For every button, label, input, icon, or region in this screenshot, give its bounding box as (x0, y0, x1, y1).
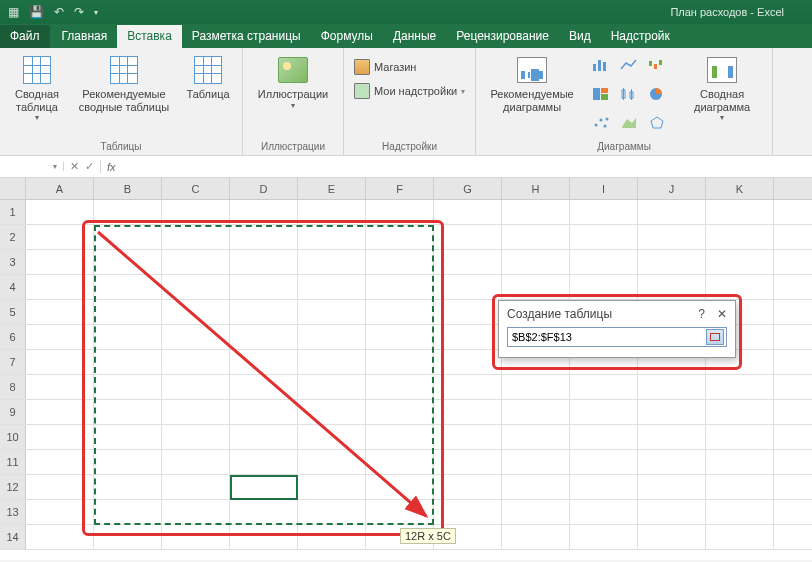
dialog-title: Создание таблицы (507, 307, 612, 321)
group-label: Диаграммы (597, 139, 651, 155)
row-header[interactable]: 8 (0, 375, 26, 399)
select-all-corner[interactable] (0, 178, 26, 199)
fx-label[interactable]: fx (101, 161, 122, 173)
store-button[interactable]: Магазин (350, 56, 469, 78)
ribbon: Сводная таблица ▾ Рекомендуемые сводные … (0, 48, 812, 156)
illustrations-button[interactable]: Иллюстрации ▾ (249, 52, 337, 139)
tab-home[interactable]: Главная (52, 25, 118, 48)
range-input-wrap (507, 327, 727, 347)
pivot-chart-icon (707, 57, 737, 83)
save-icon[interactable]: 💾 (29, 5, 44, 19)
svg-point-17 (606, 118, 609, 121)
group-label: Иллюстрации (261, 139, 325, 155)
pivot-chart-button[interactable]: Сводная диаграмма ▾ (678, 52, 766, 139)
chevron-down-icon: ▾ (291, 101, 295, 110)
my-addins-button[interactable]: Мои надстройки ▾ (350, 80, 469, 102)
row-header[interactable]: 13 (0, 500, 26, 524)
col-header[interactable]: A (26, 178, 94, 199)
col-header[interactable]: B (94, 178, 162, 199)
recommended-charts-icon (517, 57, 547, 83)
collapse-dialog-icon[interactable] (706, 329, 724, 345)
svg-point-14 (595, 124, 598, 127)
worksheet-grid[interactable]: 1 2 3 4 5 6 7 8 9 10 11 12 13 14 12R x 5… (0, 200, 812, 560)
svg-rect-7 (601, 88, 608, 93)
cancel-icon[interactable]: ✕ (70, 160, 79, 173)
surface-chart-icon[interactable] (618, 114, 640, 132)
table-icon (194, 56, 222, 84)
svg-marker-19 (651, 117, 663, 128)
addins-icon (354, 83, 370, 99)
selection-dimension-tooltip: 12R x 5C (400, 528, 456, 544)
svg-rect-0 (593, 64, 596, 71)
table-button[interactable]: Таблица (180, 52, 236, 139)
recommended-pivot-button[interactable]: Рекомендуемые сводные таблицы (74, 52, 174, 139)
bar-chart-icon[interactable] (590, 56, 612, 74)
col-header[interactable]: C (162, 178, 230, 199)
ribbon-tabs: Файл Главная Вставка Разметка страницы Ф… (0, 24, 812, 48)
tab-addins[interactable]: Надстройк (601, 25, 680, 48)
tab-view[interactable]: Вид (559, 25, 601, 48)
row-header[interactable]: 2 (0, 225, 26, 249)
formula-bar: ▾ ✕ ✓ fx (0, 156, 812, 178)
svg-rect-6 (593, 88, 600, 100)
col-header[interactable]: H (502, 178, 570, 199)
scatter-chart-icon[interactable] (590, 114, 612, 132)
tab-file[interactable]: Файл (0, 25, 50, 48)
tab-pagelayout[interactable]: Разметка страницы (182, 25, 311, 48)
name-box[interactable]: ▾ (0, 162, 64, 171)
store-icon (354, 59, 370, 75)
quick-access-toolbar: ▦ 💾 ↶ ↷ ▾ (0, 5, 98, 19)
create-table-dialog: Создание таблицы ? ✕ (498, 300, 736, 358)
line-chart-icon[interactable] (618, 56, 640, 74)
col-header[interactable]: I (570, 178, 638, 199)
hierarchy-chart-icon[interactable] (590, 85, 612, 103)
tab-formulas[interactable]: Формулы (311, 25, 383, 48)
col-header[interactable]: G (434, 178, 502, 199)
tab-insert[interactable]: Вставка (117, 25, 182, 48)
excel-icon: ▦ (8, 5, 19, 19)
col-header[interactable]: E (298, 178, 366, 199)
confirm-icon[interactable]: ✓ (85, 160, 94, 173)
col-header[interactable]: D (230, 178, 298, 199)
tab-data[interactable]: Данные (383, 25, 446, 48)
tab-review[interactable]: Рецензирование (446, 25, 559, 48)
col-header[interactable]: J (638, 178, 706, 199)
row-header[interactable]: 5 (0, 300, 26, 324)
pie-chart-icon[interactable] (646, 85, 668, 103)
qat-more-icon[interactable]: ▾ (94, 8, 98, 17)
group-tables: Сводная таблица ▾ Рекомендуемые сводные … (0, 48, 243, 155)
svg-rect-5 (659, 60, 662, 65)
dialog-help-button[interactable]: ? (698, 307, 705, 321)
pivot-table-button[interactable]: Сводная таблица ▾ (6, 52, 68, 139)
row-header[interactable]: 3 (0, 250, 26, 274)
row-header[interactable]: 10 (0, 425, 26, 449)
svg-point-16 (604, 125, 607, 128)
row-header[interactable]: 11 (0, 450, 26, 474)
row-header[interactable]: 1 (0, 200, 26, 224)
redo-icon[interactable]: ↷ (74, 5, 84, 19)
row-header[interactable]: 9 (0, 400, 26, 424)
undo-icon[interactable]: ↶ (54, 5, 64, 19)
recommended-charts-button[interactable]: Рекомендуемые диаграммы (482, 52, 582, 139)
chevron-down-icon: ▾ (720, 113, 724, 122)
stats-chart-icon[interactable] (618, 85, 640, 103)
group-charts: Рекомендуемые диаграммы Сводная диаграмм… (476, 48, 773, 155)
row-header[interactable]: 12 (0, 475, 26, 499)
svg-rect-2 (603, 62, 606, 71)
group-addins: Магазин Мои надстройки ▾ Надстройки (344, 48, 476, 155)
col-header[interactable]: F (366, 178, 434, 199)
group-label: Таблицы (101, 139, 142, 155)
illustrations-icon (278, 57, 308, 83)
waterfall-chart-icon[interactable] (646, 56, 668, 74)
window-title: План расходов - Excel (670, 6, 784, 18)
row-header[interactable]: 6 (0, 325, 26, 349)
svg-rect-4 (654, 64, 657, 69)
col-header[interactable]: K (706, 178, 774, 199)
row-header[interactable]: 7 (0, 350, 26, 374)
dialog-close-button[interactable]: ✕ (717, 307, 727, 321)
range-input[interactable] (508, 331, 706, 343)
radar-chart-icon[interactable] (646, 114, 668, 132)
row-header[interactable]: 14 (0, 525, 26, 549)
title-bar: ▦ 💾 ↶ ↷ ▾ План расходов - Excel (0, 0, 812, 24)
row-header[interactable]: 4 (0, 275, 26, 299)
